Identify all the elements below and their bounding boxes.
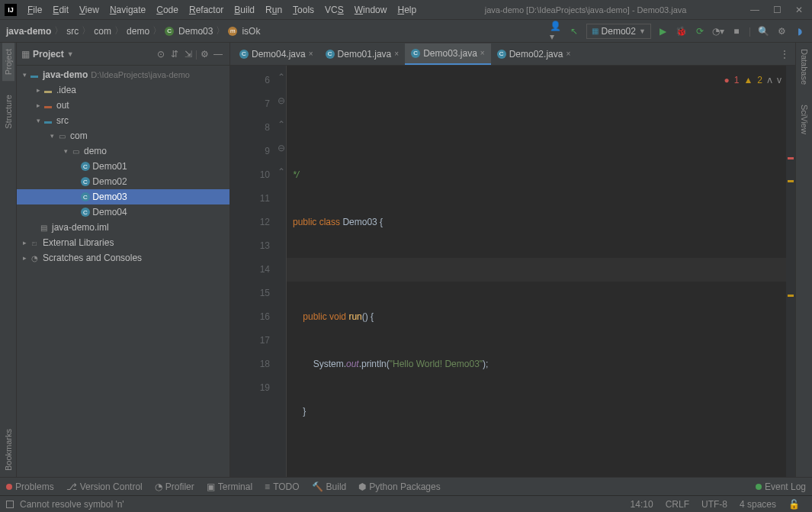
build-icon[interactable]: ↖ [568, 25, 580, 37]
coverage-button[interactable]: ⟳ [694, 25, 706, 37]
tool-terminal[interactable]: ▣Terminal [207, 481, 252, 492]
codewithme-button[interactable]: ◗ [794, 25, 806, 37]
tree-ext-lib[interactable]: ▸⏍External Libraries [17, 235, 229, 250]
inspection-widget[interactable]: ●1 ▲2 ʌ v [724, 69, 782, 92]
tree-com[interactable]: ▾▭com [17, 128, 229, 143]
run-config-combo[interactable]: ▦ Demo02 ▼ [586, 24, 651, 39]
bc-src[interactable]: src [66, 26, 79, 37]
folder-icon: ▬ [43, 115, 53, 126]
tool-python-packages[interactable]: ⬢Python Packages [358, 481, 440, 492]
readonly-toggle-icon[interactable]: 🔓 [782, 499, 806, 510]
tree-demo04[interactable]: C Demo04 [17, 204, 229, 220]
close-icon[interactable]: × [480, 49, 485, 57]
tab-demo02[interactable]: CDemo02.java× [491, 43, 577, 65]
close-icon[interactable]: × [394, 50, 399, 58]
left-tab-project[interactable]: Project [2, 43, 14, 81]
bc-com[interactable]: com [94, 26, 111, 37]
folder-icon: ▬ [43, 100, 53, 111]
editor-tabs: CDemo04.java× CDemo01.java× CDemo03.java… [230, 43, 795, 66]
menu-navigate[interactable]: Navigate [105, 3, 150, 17]
menu-edit[interactable]: Edit [48, 3, 73, 17]
bc-demo[interactable]: demo [127, 26, 149, 37]
menu-view[interactable]: View [75, 3, 104, 17]
chevron-down-icon[interactable]: ▼ [67, 50, 74, 58]
menu-code[interactable]: Code [152, 3, 183, 17]
menu-run[interactable]: Run [261, 3, 287, 17]
status-toggle-icon[interactable] [6, 501, 14, 508]
indent-setting[interactable]: 4 spaces [733, 499, 782, 510]
profiler-button[interactable]: ◔▾ [712, 25, 724, 37]
select-opened-icon[interactable]: ⊙ [154, 47, 168, 61]
tree-out[interactable]: ▸▬out [17, 98, 229, 113]
build-icon: 🔨 [312, 481, 323, 492]
left-tab-structure[interactable]: Structure [2, 89, 14, 135]
project-tree-icon: ▦ [21, 49, 30, 60]
terminal-icon: ▣ [207, 481, 215, 492]
user-icon[interactable]: 👤▾ [550, 25, 562, 37]
menu-help[interactable]: Help [393, 3, 421, 17]
tree-scratches[interactable]: ▸◔Scratches and Consoles [17, 250, 229, 266]
close-button[interactable]: ✕ [795, 5, 803, 15]
fold-gutter[interactable]: ⌃⊖⌃⊖⌃ [276, 66, 287, 477]
stop-button[interactable]: ■ [730, 25, 743, 37]
bc-project[interactable]: java-demo [6, 26, 51, 37]
next-highlight-icon[interactable]: v [777, 69, 782, 92]
menu-build[interactable]: Build [229, 3, 259, 17]
tree-root[interactable]: ▾▬ java-demo D:\IdeaProjects\java-demo [17, 67, 229, 82]
settings-button[interactable]: ⚙ [775, 25, 788, 37]
search-button[interactable]: 🔍 [757, 25, 769, 37]
tabs-more[interactable]: ⋮ [774, 49, 795, 60]
package-icon: ▭ [56, 130, 67, 141]
status-message: Cannot resolve symbol 'n' [20, 499, 624, 510]
tree-iml[interactable]: ▤java-demo.iml [17, 220, 229, 235]
menu-refactor[interactable]: Refactor [185, 3, 228, 17]
close-icon[interactable]: × [309, 50, 313, 58]
menu-file[interactable]: File [23, 3, 47, 17]
prev-highlight-icon[interactable]: ʌ [767, 69, 772, 92]
right-tab-sciview[interactable]: SciView [798, 98, 810, 140]
tool-build[interactable]: 🔨Build [312, 481, 347, 492]
collapse-all-icon[interactable]: ⇲ [181, 47, 195, 61]
close-icon[interactable]: × [566, 50, 570, 58]
minimize-button[interactable]: ― [750, 5, 759, 15]
tree-demo[interactable]: ▾▭demo [17, 143, 229, 159]
debug-button[interactable]: 🐞 [676, 25, 688, 37]
tab-demo04[interactable]: CDemo04.java× [233, 43, 319, 65]
expand-all-icon[interactable]: ⇵ [168, 47, 181, 61]
sidebar-title[interactable]: Project [33, 49, 64, 60]
bc-method[interactable]: isOk [242, 26, 260, 37]
tool-problems[interactable]: Problems [6, 481, 54, 492]
tool-event-log[interactable]: Event Log [756, 481, 806, 492]
tree-idea[interactable]: ▸▬.idea [17, 82, 229, 98]
code-editor[interactable]: 678910111213141516171819 ⌃⊖⌃⊖⌃ */ public… [230, 66, 795, 477]
file-encoding[interactable]: UTF-8 [695, 499, 733, 510]
maximize-button[interactable]: ☐ [773, 5, 782, 15]
left-tab-bookmarks[interactable]: Bookmarks [2, 423, 14, 477]
tool-todo[interactable]: ≡TODO [265, 481, 299, 492]
tree-demo01[interactable]: C Demo01 [17, 159, 229, 174]
tree-demo02[interactable]: C Demo02 [17, 174, 229, 189]
line-separator[interactable]: CRLF [660, 499, 695, 510]
app-logo: IJ [5, 4, 17, 16]
menu-vcs[interactable]: VCS [320, 3, 348, 17]
tab-demo03[interactable]: CDemo03.java× [405, 43, 491, 65]
gear-icon[interactable]: ⚙ [197, 47, 211, 61]
tool-profiler[interactable]: ◔Profiler [155, 481, 194, 492]
bc-class[interactable]: Demo03 [178, 26, 213, 37]
tree-src[interactable]: ▾▬src [17, 113, 229, 128]
menu-tools[interactable]: Tools [288, 3, 319, 17]
tree-demo03[interactable]: C Demo03 [17, 189, 229, 204]
event-log-icon [756, 484, 762, 490]
caret-position[interactable]: 14:10 [624, 499, 660, 510]
project-tree[interactable]: ▾▬ java-demo D:\IdeaProjects\java-demo ▸… [17, 66, 229, 477]
folder-icon: ▬ [43, 85, 53, 95]
run-button[interactable]: ▶ [657, 25, 669, 37]
tool-vcs[interactable]: ⎇Version Control [66, 481, 143, 492]
code-area[interactable]: */ public class Demo03 { public void run… [287, 66, 786, 477]
tab-demo01[interactable]: CDemo01.java× [319, 43, 406, 65]
error-stripe[interactable] [786, 66, 795, 477]
menu-window[interactable]: Window [350, 3, 392, 17]
right-tab-database[interactable]: Database [798, 43, 810, 91]
error-count-icon: ● [724, 69, 729, 92]
hide-panel-icon[interactable]: ― [211, 47, 225, 61]
